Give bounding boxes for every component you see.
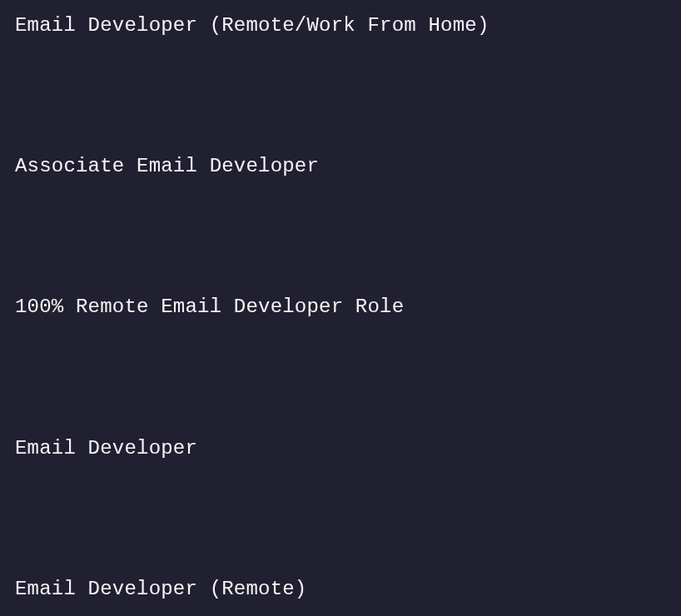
job-list-item: Email Developer (Remote/Work From Home): [15, 12, 681, 38]
job-list-item: Email Developer (Remote): [15, 576, 681, 602]
job-list-item: 100% Remote Email Developer Role: [15, 294, 681, 320]
job-list: Email Developer (Remote/Work From Home) …: [0, 0, 681, 602]
job-list-item: Associate Email Developer: [15, 153, 681, 179]
job-list-item: Email Developer: [15, 435, 681, 461]
